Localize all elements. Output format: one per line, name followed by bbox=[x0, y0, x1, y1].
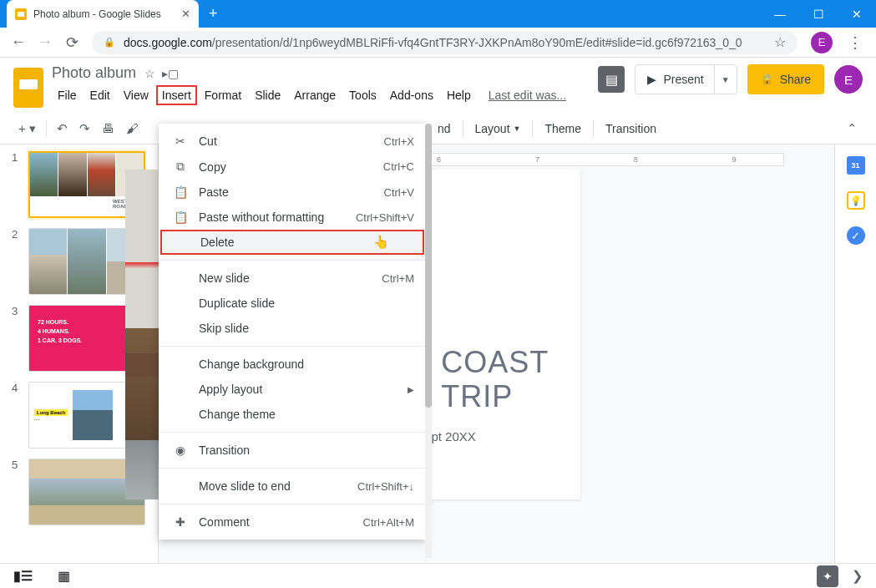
bookmark-star-icon[interactable]: ☆ bbox=[774, 34, 786, 50]
cm-transition[interactable]: ◉Transition bbox=[159, 438, 426, 463]
print-button[interactable]: 🖶 bbox=[97, 118, 119, 139]
thumb-number: 1 bbox=[12, 151, 20, 218]
thumb-number: 3 bbox=[12, 305, 20, 372]
new-tab-button[interactable]: + bbox=[209, 5, 218, 23]
menu-edit[interactable]: Edit bbox=[84, 85, 116, 105]
theme-button[interactable]: Theme bbox=[538, 119, 588, 139]
copy-icon: ⧉ bbox=[170, 160, 190, 174]
paint-format-button[interactable]: 🖌 bbox=[121, 118, 144, 139]
cm-cut[interactable]: ✂CutCtrl+X bbox=[159, 129, 426, 154]
separator bbox=[159, 260, 426, 261]
header-actions: ▤ ▶ Present ▼ 🔒 Share E bbox=[598, 64, 863, 94]
chrome-profile-avatar[interactable]: E bbox=[811, 32, 833, 53]
paste-icon: 📋 bbox=[170, 185, 190, 199]
cm-skip[interactable]: Skip slide bbox=[159, 316, 426, 341]
separator bbox=[46, 120, 47, 137]
layout-button[interactable]: Layout▼ bbox=[468, 119, 528, 139]
calendar-icon[interactable] bbox=[847, 156, 865, 175]
play-icon: ▶ bbox=[647, 73, 656, 86]
side-panel: ✓ bbox=[834, 144, 876, 588]
tab-title: Photo album - Google Slides bbox=[33, 8, 161, 20]
redo-button[interactable]: ↷ bbox=[74, 118, 95, 139]
tasks-icon[interactable]: ✓ bbox=[847, 226, 865, 245]
chrome-menu-icon[interactable]: ⋮ bbox=[841, 33, 869, 52]
transition-button[interactable]: Transition bbox=[599, 119, 663, 139]
paste-nf-icon: 📋 bbox=[170, 210, 190, 224]
separator bbox=[532, 120, 533, 137]
cm-change-bg[interactable]: Change background bbox=[159, 352, 426, 377]
new-slide-button[interactable]: + ▾ bbox=[13, 118, 41, 139]
menu-format[interactable]: Format bbox=[199, 85, 247, 105]
cut-icon: ✂ bbox=[170, 134, 190, 148]
menu-slide[interactable]: Slide bbox=[249, 85, 286, 105]
cm-delete[interactable]: Delete👆 bbox=[160, 230, 424, 255]
separator bbox=[159, 468, 426, 469]
comment-icon: ✚ bbox=[170, 515, 190, 529]
separator bbox=[159, 346, 426, 347]
menu-tools[interactable]: Tools bbox=[343, 85, 382, 105]
thumb-number: 4 bbox=[12, 382, 20, 449]
present-label: Present bbox=[663, 73, 703, 86]
tab-close-icon[interactable]: ✕ bbox=[181, 8, 190, 20]
lock-icon: 🔒 bbox=[761, 74, 773, 85]
lock-icon: 🔒 bbox=[104, 37, 115, 48]
maximize-button[interactable]: ☐ bbox=[799, 0, 838, 28]
menu-view[interactable]: View bbox=[118, 85, 154, 105]
separator bbox=[463, 120, 463, 137]
app-header: Photo album ☆ ▸▢ File Edit View Insert F… bbox=[0, 58, 876, 108]
chevron-right-icon: ▶ bbox=[408, 385, 414, 394]
main-area: 1 WEST COAROAD TRIP 2 3 bbox=[0, 144, 876, 588]
window-titlebar: Photo album - Google Slides ✕ + — ☐ ✕ bbox=[0, 0, 876, 28]
last-edit-link[interactable]: Last edit was... bbox=[489, 89, 566, 102]
share-label: Share bbox=[780, 73, 811, 86]
scrollbar[interactable] bbox=[425, 124, 432, 558]
share-button[interactable]: 🔒 Share bbox=[747, 64, 824, 94]
slides-logo-icon[interactable] bbox=[13, 68, 43, 108]
cm-change-theme[interactable]: Change theme bbox=[159, 402, 426, 427]
separator bbox=[159, 432, 426, 433]
cm-paste-nf[interactable]: 📋Paste without formattingCtrl+Shift+V bbox=[159, 205, 426, 230]
separator bbox=[159, 504, 426, 504]
transition-icon: ◉ bbox=[170, 444, 190, 457]
cm-new-slide[interactable]: New slideCtrl+M bbox=[159, 266, 426, 291]
menu-addons[interactable]: Add-ons bbox=[384, 85, 439, 105]
undo-button[interactable]: ↶ bbox=[52, 118, 73, 139]
close-button[interactable]: ✕ bbox=[838, 0, 876, 28]
cm-paste[interactable]: 📋PasteCtrl+V bbox=[159, 180, 426, 205]
reload-button[interactable]: ⟳ bbox=[60, 31, 84, 54]
explore-button[interactable]: ✦ bbox=[817, 565, 838, 587]
document-title[interactable]: Photo album bbox=[52, 64, 136, 82]
browser-tab[interactable]: Photo album - Google Slides ✕ bbox=[7, 0, 199, 28]
cm-comment[interactable]: ✚CommentCtrl+Alt+M bbox=[159, 509, 426, 535]
browser-toolbar: ← → ⟳ 🔒 docs.google.com/presentation/d/1… bbox=[0, 28, 876, 58]
comments-button[interactable]: ▤ bbox=[598, 66, 625, 93]
expand-icon[interactable]: ❯ bbox=[852, 568, 863, 584]
cm-copy[interactable]: ⧉CopyCtrl+C bbox=[159, 154, 426, 180]
user-avatar[interactable]: E bbox=[834, 65, 863, 94]
grid-view-icon[interactable]: ▦ bbox=[58, 568, 70, 584]
menu-file[interactable]: File bbox=[52, 85, 83, 105]
filmstrip-view-icon[interactable]: ▮☰ bbox=[13, 568, 33, 584]
menu-insert[interactable]: Insert bbox=[156, 85, 197, 105]
menubar: File Edit View Insert Format Slide Arran… bbox=[52, 85, 598, 105]
cm-duplicate[interactable]: Duplicate slide bbox=[159, 291, 426, 316]
menu-help[interactable]: Help bbox=[441, 85, 477, 105]
cm-apply-layout[interactable]: Apply layout▶ bbox=[159, 377, 426, 402]
cm-move-end[interactable]: Move slide to endCtrl+Shift+↓ bbox=[159, 474, 426, 499]
collapse-toolbar-button[interactable]: ⌃ bbox=[842, 118, 863, 139]
address-bar[interactable]: 🔒 docs.google.com/presentation/d/1np6wey… bbox=[92, 31, 798, 54]
url-text: docs.google.com/presentation/d/1np6weydM… bbox=[124, 36, 774, 49]
present-dropdown-button[interactable]: ▼ bbox=[714, 65, 737, 94]
move-document-icon[interactable]: ▸▢ bbox=[162, 67, 179, 80]
minimize-button[interactable]: — bbox=[761, 0, 799, 28]
background-button[interactable]: nd bbox=[431, 119, 458, 139]
toolbar: + ▾ ↶ ↷ 🖶 🖌 nd Layout▼ Theme Transition … bbox=[0, 113, 876, 144]
cursor-icon: 👆 bbox=[373, 235, 389, 250]
star-document-icon[interactable]: ☆ bbox=[144, 67, 155, 80]
thumb-number: 5 bbox=[12, 459, 20, 525]
back-button[interactable]: ← bbox=[7, 31, 30, 54]
menu-arrange[interactable]: Arrange bbox=[288, 85, 342, 105]
present-button[interactable]: ▶ Present bbox=[635, 73, 713, 86]
keep-icon[interactable] bbox=[847, 191, 865, 210]
forward-button[interactable]: → bbox=[33, 31, 57, 54]
